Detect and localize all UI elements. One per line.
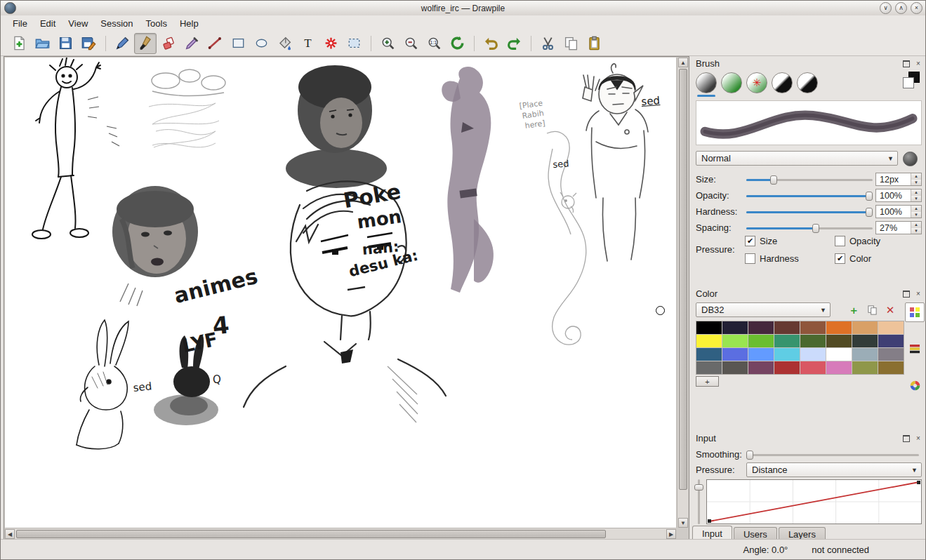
select-button[interactable] xyxy=(343,33,365,54)
palette-swatch[interactable] xyxy=(826,361,852,374)
pressure-color-checkbox[interactable]: ✔Color xyxy=(835,253,880,264)
palette-swatch[interactable] xyxy=(696,361,722,374)
pressure-curve[interactable] xyxy=(706,479,922,524)
palette-swatch[interactable] xyxy=(826,321,852,334)
text-button[interactable]: T xyxy=(296,33,319,54)
line-button[interactable] xyxy=(204,33,226,54)
spacing-slider[interactable] xyxy=(746,222,873,234)
palette-swatch[interactable] xyxy=(878,335,904,347)
close-dock-icon[interactable]: × xyxy=(914,60,922,68)
palette-swatch[interactable] xyxy=(826,335,852,347)
cut-button[interactable] xyxy=(536,33,559,54)
rgb-sliders-button[interactable] xyxy=(905,339,925,359)
float-dock-icon[interactable] xyxy=(902,60,911,68)
palette-select[interactable]: DB32 ▼ xyxy=(696,302,831,317)
duplicate-palette-button[interactable] xyxy=(866,303,878,316)
palette-swatch[interactable] xyxy=(852,321,878,334)
menu-view[interactable]: View xyxy=(62,17,94,30)
open-button[interactable] xyxy=(31,33,53,54)
palette-swatch[interactable] xyxy=(800,348,826,361)
menu-help[interactable]: Help xyxy=(173,17,205,30)
color-wheel-button[interactable] xyxy=(905,375,925,395)
palette-swatch[interactable] xyxy=(748,335,774,347)
menu-session[interactable]: Session xyxy=(94,17,139,30)
palette-swatch[interactable] xyxy=(826,348,852,361)
vertical-scroll-thumb[interactable] xyxy=(679,69,687,490)
palette-swatch[interactable] xyxy=(696,321,722,334)
palette-swatch[interactable] xyxy=(774,361,800,374)
scroll-down-arrow[interactable]: ▼ xyxy=(678,518,688,528)
vertical-scrollbar[interactable]: ▲ ▼ xyxy=(677,58,688,528)
save-button[interactable] xyxy=(54,33,77,54)
zoom-out-button[interactable] xyxy=(399,33,422,54)
copy-button[interactable] xyxy=(560,33,582,54)
horizontal-scrollbar[interactable]: ◀ ▶ xyxy=(5,528,676,539)
palette-swatch[interactable] xyxy=(852,348,878,361)
palette-swatch[interactable] xyxy=(800,361,826,374)
pressure-mode-select[interactable]: Distance ▼ xyxy=(746,462,922,477)
close-dock-icon[interactable]: × xyxy=(914,290,922,298)
float-dock-icon[interactable] xyxy=(902,290,911,298)
laser-pointer-button[interactable] xyxy=(319,33,342,54)
palette-swatch[interactable] xyxy=(878,361,904,374)
swap-colors-icon[interactable] xyxy=(903,72,920,88)
record-button[interactable] xyxy=(77,33,100,54)
close-button[interactable]: × xyxy=(911,2,922,14)
palette-swatch[interactable] xyxy=(696,348,722,361)
spin-down-icon[interactable]: ▼ xyxy=(911,196,921,202)
brush-button[interactable] xyxy=(134,33,157,54)
tab-input[interactable]: Input xyxy=(692,526,732,540)
pressure-hardness-checkbox[interactable]: Hardness xyxy=(745,253,835,264)
menu-tools[interactable]: Tools xyxy=(140,17,173,30)
palette-swatch[interactable] xyxy=(774,321,800,334)
fill-button[interactable] xyxy=(273,33,296,54)
maximize-button[interactable]: ∧ xyxy=(895,2,907,14)
scroll-up-arrow[interactable]: ▲ xyxy=(678,58,688,67)
palette-view-button[interactable] xyxy=(905,302,925,322)
blend-mode-select[interactable]: Normal ▼ xyxy=(696,151,898,166)
rotate-reset-button[interactable] xyxy=(446,33,468,54)
brush-slot-1[interactable] xyxy=(696,72,717,93)
spin-down-icon[interactable]: ▼ xyxy=(911,180,921,186)
palette-swatch[interactable] xyxy=(774,348,800,361)
color-picker-button[interactable] xyxy=(180,33,203,54)
eraser-button[interactable] xyxy=(157,33,180,54)
smoothing-slider[interactable] xyxy=(746,449,919,460)
palette-swatch[interactable] xyxy=(852,335,878,347)
add-palette-button[interactable]: ＋ xyxy=(847,303,860,316)
palette-swatch[interactable] xyxy=(722,335,748,347)
scroll-right-arrow[interactable]: ▶ xyxy=(666,529,676,539)
menu-edit[interactable]: Edit xyxy=(34,17,62,30)
brush-slot-4[interactable] xyxy=(772,72,793,93)
spin-up-icon[interactable]: ▲ xyxy=(911,206,921,212)
pressure-opacity-checkbox[interactable]: Opacity xyxy=(835,236,880,246)
scroll-left-arrow[interactable]: ◀ xyxy=(5,529,15,539)
brush-slot-2[interactable] xyxy=(721,72,742,93)
size-slider[interactable] xyxy=(746,174,873,185)
rectangle-button[interactable] xyxy=(227,33,249,54)
hardness-spinbox[interactable]: 100%▲▼ xyxy=(875,205,922,218)
palette-swatch[interactable] xyxy=(722,361,748,374)
pen-button[interactable] xyxy=(111,33,133,54)
spin-up-icon[interactable]: ▲ xyxy=(911,173,921,180)
brush-slot-3[interactable]: ✳ xyxy=(746,72,767,93)
palette-swatch[interactable] xyxy=(722,321,748,334)
horizontal-scroll-thumb[interactable] xyxy=(16,530,606,538)
spin-up-icon[interactable]: ▲ xyxy=(911,189,921,196)
palette-swatch[interactable] xyxy=(748,361,774,374)
palette-swatch[interactable] xyxy=(852,361,878,374)
size-spinbox[interactable]: 12px▲▼ xyxy=(875,173,922,186)
pressure-size-checkbox[interactable]: ✔Size xyxy=(745,236,835,246)
spin-down-icon[interactable]: ▼ xyxy=(911,212,921,218)
brush-shape-icon[interactable] xyxy=(903,152,918,166)
palette-swatch[interactable] xyxy=(722,348,748,361)
zoom-in-button[interactable] xyxy=(376,33,399,54)
palette-swatch[interactable] xyxy=(800,335,826,347)
spin-up-icon[interactable]: ▲ xyxy=(911,222,921,228)
add-color-button[interactable]: + xyxy=(696,376,719,387)
spacing-spinbox[interactable]: 27%▲▼ xyxy=(875,221,922,234)
palette-swatch[interactable] xyxy=(878,321,904,334)
curve-vertical-slider[interactable] xyxy=(694,479,703,524)
opacity-spinbox[interactable]: 100%▲▼ xyxy=(875,189,922,202)
close-dock-icon[interactable]: × xyxy=(914,434,922,443)
